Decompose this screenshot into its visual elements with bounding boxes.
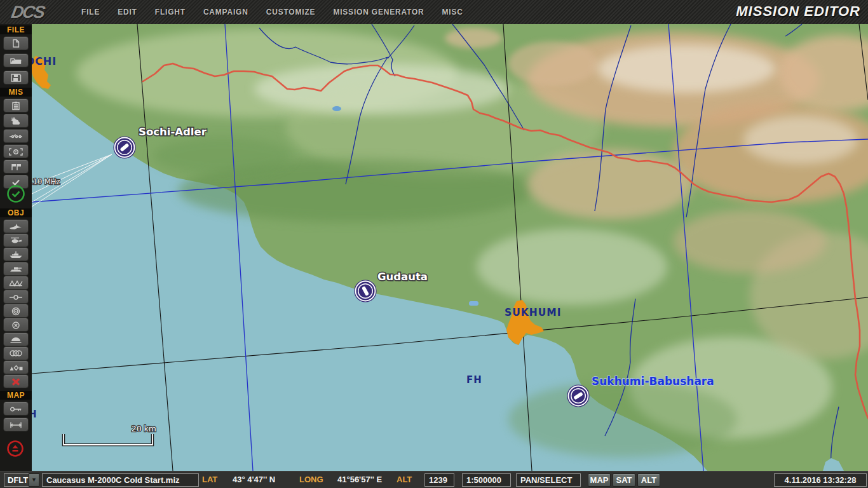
airport-label-sukhumi-babushara: Sukhumi-Babushara	[592, 375, 714, 388]
map-key-icon	[8, 404, 24, 414]
altitude-value: 1239	[424, 473, 454, 487]
toolbar-sidebar: FILEMISOBJMAP	[0, 24, 32, 471]
top-menu-bar: DCS FILEEDITFLIGHTCAMPAIGNCUSTOMIZEMISSI…	[0, 0, 868, 25]
validate-check-circle-button[interactable]	[6, 184, 25, 203]
menu-item-misc[interactable]: MISC	[442, 8, 463, 17]
delete-icon	[8, 377, 24, 386]
city-label-sukhumi: SUKHUMI	[505, 307, 562, 318]
beacon-label-h: H	[32, 409, 37, 420]
goal-flags-icon	[8, 162, 24, 172]
city-label-sochi: SOCHI	[32, 55, 57, 67]
farp-icon	[8, 334, 24, 344]
profile-select[interactable]: DFLT	[4, 473, 32, 487]
delete-button[interactable]	[3, 374, 29, 388]
aircraft-button[interactable]	[3, 219, 29, 233]
remove-unit-icon	[8, 320, 24, 330]
ruler-icon	[8, 420, 24, 430]
new-mission-button[interactable]	[3, 36, 29, 50]
airport-sukhumi-babushara[interactable]	[567, 385, 589, 407]
beacon-label-fh: FH	[466, 374, 482, 386]
long-value: 41°56'57'' E	[337, 473, 382, 485]
exit-eject-circle-button[interactable]	[6, 439, 25, 458]
menu-item-flight[interactable]: FLIGHT	[155, 8, 186, 17]
scale-label: 20 km	[132, 424, 156, 433]
bullseye-icon	[8, 147, 24, 156]
ils-frequency-label: .10 MHz	[32, 177, 60, 186]
map-view-button[interactable]: MAP	[588, 473, 611, 487]
bullseye-button[interactable]	[3, 144, 29, 158]
menu-item-customize[interactable]: CUSTOMIZE	[266, 8, 316, 17]
weather-button[interactable]	[3, 114, 29, 128]
goal-flags-button[interactable]	[3, 159, 29, 173]
map-canvas[interactable]: .10 MHz 20 km SOCHI SUKHUMI FH H Sochi-A…	[32, 24, 868, 471]
helicopter-button[interactable]	[3, 233, 29, 247]
alt-label: ALT	[397, 473, 412, 485]
airport-sochi-adler[interactable]	[114, 137, 135, 158]
map-viewport[interactable]: .10 MHz 20 km SOCHI SUKHUMI FH H Sochi-A…	[32, 24, 868, 471]
mouse-mode-indicator[interactable]: PAN/SELECT	[516, 473, 581, 487]
briefing-icon	[8, 101, 24, 111]
vehicle-button[interactable]	[3, 262, 29, 276]
weather-icon	[8, 116, 24, 126]
vehicle-icon	[8, 264, 24, 273]
aircraft-icon	[8, 222, 24, 231]
status-bar: DFLT ▼ Caucasus M-2000C Cold Start.miz L…	[0, 471, 868, 488]
dcs-logo: DCS	[10, 3, 71, 22]
sat-view-button[interactable]: SAT	[613, 473, 635, 487]
zones-icon	[8, 348, 24, 358]
open-mission-button[interactable]	[3, 53, 29, 67]
validate-check-icon	[6, 184, 25, 203]
save-mission-icon	[8, 73, 24, 83]
drawings-icon	[8, 363, 24, 372]
triggers-icon	[8, 132, 24, 141]
airport-label-sochi-adler: Sochi-Adler	[139, 126, 207, 138]
route-icon	[8, 292, 24, 302]
main-menu: FILEEDITFLIGHTCAMPAIGNCUSTOMIZEMISSION G…	[81, 8, 463, 17]
briefing-button[interactable]	[3, 98, 29, 112]
sidebar-section-file: FILE	[0, 25, 32, 34]
menu-item-file[interactable]: FILE	[81, 8, 100, 17]
static-object-button[interactable]	[3, 276, 29, 290]
remove-unit-button[interactable]	[3, 318, 29, 332]
helicopter-icon	[8, 236, 24, 245]
exit-eject-icon	[6, 439, 25, 458]
alt-view-button[interactable]: ALT	[637, 473, 660, 487]
airport-gudauta[interactable]	[355, 280, 376, 302]
lat-value: 43° 4'47'' N	[233, 473, 275, 485]
save-mission-button[interactable]	[3, 71, 29, 85]
datetime-display: 4.11.2016 13:32:28	[774, 473, 867, 487]
map-key-button[interactable]	[3, 402, 29, 416]
zones-button[interactable]	[3, 346, 29, 360]
ship-icon	[8, 250, 24, 259]
sidebar-section-obj: OBJ	[0, 208, 32, 217]
map-scale-value[interactable]: 1:500000	[462, 473, 511, 487]
mission-filename-field[interactable]: Caucasus M-2000C Cold Start.miz	[42, 473, 199, 487]
airport-label-gudauta: Gudauta	[377, 271, 428, 283]
drawings-button[interactable]	[3, 360, 29, 374]
menu-item-campaign[interactable]: CAMPAIGN	[203, 8, 248, 17]
sidebar-section-map: MAP	[0, 391, 32, 400]
triggers-button[interactable]	[3, 129, 29, 143]
long-label: LONG	[299, 473, 323, 485]
profile-dropdown-arrow-icon[interactable]: ▼	[29, 473, 39, 487]
new-mission-icon	[8, 39, 24, 48]
ruler-button[interactable]	[3, 417, 29, 431]
open-mission-icon	[8, 56, 24, 65]
farp-button[interactable]	[3, 332, 29, 346]
menu-item-mission-generator[interactable]: MISSION GENERATOR	[333, 8, 424, 17]
template-button[interactable]	[3, 304, 29, 318]
template-icon	[8, 306, 24, 316]
sidebar-section-mis: MIS	[0, 88, 32, 97]
route-button[interactable]	[3, 290, 29, 304]
lat-label: LAT	[202, 473, 217, 485]
ship-button[interactable]	[3, 247, 29, 261]
menu-item-edit[interactable]: EDIT	[118, 8, 137, 17]
page-title: MISSION EDITOR	[736, 3, 860, 20]
static-object-icon	[8, 278, 24, 287]
